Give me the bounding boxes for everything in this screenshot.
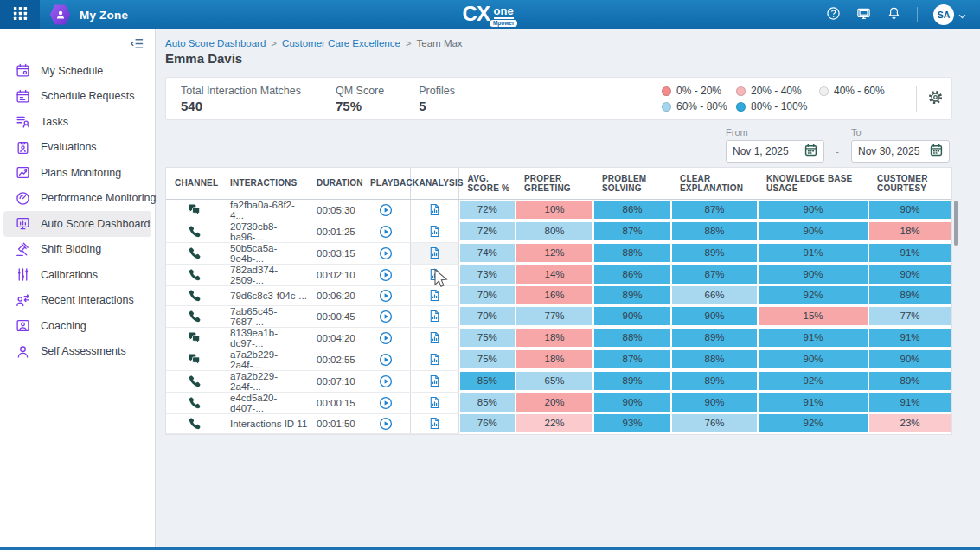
customer-courtesy-cell: 90% (868, 349, 951, 370)
avg-score-cell: 76% (458, 413, 516, 433)
grid-icon (13, 6, 28, 24)
sidebar-item-plans-monitoring[interactable]: Plans Monitoring (3, 160, 151, 186)
waffle-menu-button[interactable] (0, 0, 40, 29)
column-header-knowledge-base-usage[interactable]: KNOWLEDGE BASE USAGE (758, 168, 868, 199)
sidebar: My ScheduleSchedule RequestsTasksEvaluat… (0, 29, 156, 547)
sidebar-item-self-assessments[interactable]: Self Assessments (3, 339, 151, 365)
analysis-button[interactable] (428, 310, 441, 323)
notifications-button[interactable] (887, 6, 901, 24)
play-button[interactable] (379, 417, 393, 431)
score-value: 76% (460, 414, 516, 432)
play-button[interactable] (379, 225, 393, 239)
to-label: To (851, 127, 950, 138)
problem-solving-cell: 90% (593, 392, 671, 413)
channel-cell (166, 370, 221, 392)
analysis-button[interactable] (428, 268, 441, 281)
analysis-button[interactable] (428, 417, 441, 430)
score-value: 74% (460, 244, 516, 262)
legend-label: 0% - 20% (676, 85, 721, 97)
knowledge-base-usage-cell: 90% (758, 349, 868, 370)
analysis-button[interactable] (428, 331, 441, 344)
column-header-customer-courtesy[interactable]: CUSTOMER COURTESY (868, 168, 951, 199)
sidebar-item-label: Auto Score Dashboard (41, 218, 150, 230)
evaluations-icon (16, 140, 30, 155)
play-button[interactable] (379, 396, 393, 410)
customer-courtesy-cell: 23% (868, 413, 951, 433)
screen-share-button[interactable] (856, 6, 871, 24)
avg-score-cell: 74% (458, 242, 516, 264)
score-value: 66% (672, 286, 757, 304)
sidebar-item-recent-interactions[interactable]: Recent Interactions (3, 288, 151, 314)
column-header-channel[interactable]: CHANNEL (166, 168, 221, 199)
channel-cell (166, 305, 221, 327)
analysis-button[interactable] (428, 225, 441, 238)
column-header-proper-greeting[interactable]: PROPER GREETING (516, 168, 593, 199)
column-header-duration[interactable]: DURATION (308, 168, 362, 199)
sidebar-item-performance-monitoring[interactable]: Performance Monitoring (3, 186, 151, 212)
play-button[interactable] (379, 374, 393, 388)
channel-cell (166, 349, 221, 370)
analysis-button[interactable] (428, 353, 441, 366)
analysis-button[interactable] (428, 203, 441, 216)
collapse-sidebar-button[interactable] (0, 29, 155, 58)
play-button[interactable] (379, 246, 393, 260)
clear-explanation-cell: 88% (671, 221, 758, 242)
play-button[interactable] (379, 310, 393, 323)
column-header-clear-explanation[interactable]: CLEAR EXPLANATION (671, 168, 758, 199)
breadcrumb-item-auto-score-dashboard[interactable]: Auto Score Dashboard (165, 38, 266, 48)
sidebar-item-coaching[interactable]: Coaching (3, 313, 151, 339)
call-icon (188, 225, 201, 238)
play-button[interactable] (379, 203, 393, 217)
analysis-button[interactable] (428, 374, 441, 387)
column-header-avg-score[interactable]: AVG. SCORE % (458, 168, 516, 199)
play-button[interactable] (379, 331, 393, 345)
to-date-input[interactable]: Nov 30, 2025 (851, 140, 950, 163)
sidebar-item-tasks[interactable]: Tasks (3, 109, 151, 135)
channel-cell (166, 285, 221, 305)
score-value: 87% (594, 222, 670, 240)
from-date-input[interactable]: Nov 1, 2025 (726, 140, 824, 163)
table-row: Interactions ID 1100:01:5076%22%93%76%92… (166, 413, 951, 433)
analysis-button[interactable] (428, 246, 441, 259)
column-header-playback[interactable]: PLAYBACK (362, 168, 410, 199)
customer-courtesy-cell: 91% (868, 327, 951, 349)
sidebar-item-evaluations[interactable]: Evaluations (3, 135, 151, 161)
avg-score-cell: 70% (458, 285, 516, 305)
column-header-interactions[interactable]: INTERACTIONS (221, 168, 308, 199)
breadcrumb-item-customer-care-excellence[interactable]: Customer Care Excellence (282, 38, 400, 48)
score-value: 12% (516, 244, 592, 262)
avg-score-cell: 75% (458, 327, 516, 349)
sidebar-item-auto-score-dashboard[interactable]: Auto Score Dashboard (3, 211, 151, 237)
score-value: 85% (460, 393, 516, 412)
play-button[interactable] (379, 353, 393, 367)
analysis-button[interactable] (428, 289, 441, 302)
score-value: 91% (869, 244, 951, 262)
settings-gear-button[interactable] (927, 89, 944, 109)
score-value: 88% (594, 329, 670, 347)
analysis-button[interactable] (428, 396, 441, 409)
analysis-cell (410, 413, 458, 433)
stat-total-interaction-matches: Total Interaction Matches540 (181, 85, 301, 113)
duration-cell: 00:03:15 (308, 242, 362, 264)
play-button[interactable] (379, 289, 393, 303)
user-menu-button[interactable]: SA (933, 4, 966, 25)
channel-cell (166, 199, 221, 221)
sidebar-item-label: Self Assessments (41, 345, 126, 357)
problem-solving-cell: 86% (593, 199, 671, 221)
help-button[interactable] (826, 6, 841, 24)
score-value: 88% (672, 350, 757, 368)
problem-solving-cell: 87% (593, 221, 671, 242)
duration-cell: 00:06:20 (308, 285, 362, 305)
sidebar-item-shift-bidding[interactable]: Shift Bidding (3, 237, 151, 263)
sidebar-item-my-schedule[interactable]: My Schedule (3, 58, 151, 84)
column-header-problem-solving[interactable]: PROBLEM SOLVING (593, 168, 671, 199)
play-button[interactable] (379, 268, 393, 282)
legend-dot-icon (662, 102, 671, 112)
table-scrollbar[interactable] (954, 201, 958, 246)
playback-cell (362, 305, 410, 327)
sidebar-item-calibrations[interactable]: Calibrations (3, 262, 151, 288)
sidebar-item-schedule-requests[interactable]: Schedule Requests (3, 84, 151, 110)
score-value: 77% (869, 307, 951, 325)
myzone-brand: My Zone (49, 4, 128, 26)
legend-label: 60% - 80% (676, 100, 727, 112)
